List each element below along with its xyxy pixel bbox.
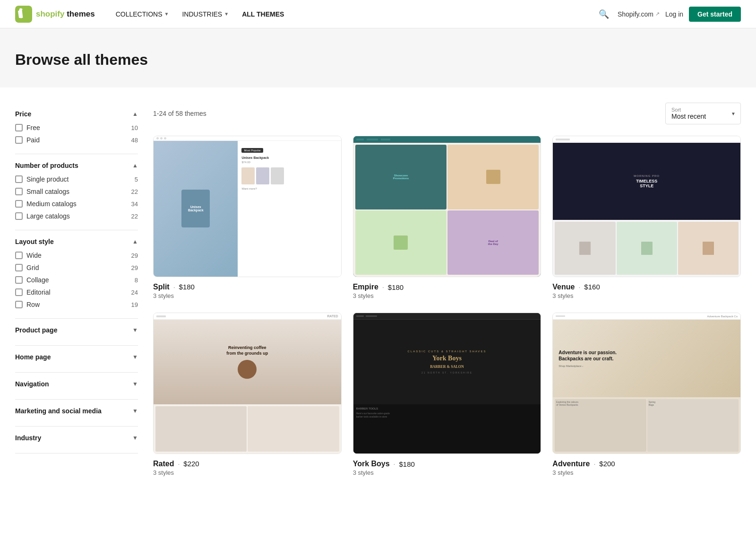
sort-value: Most recent — [671, 113, 723, 120]
filter-item-row: Row 19 — [15, 298, 138, 311]
hero-section: Browse all themes — [0, 28, 756, 87]
nav-collections[interactable]: COLLECTIONS ▼ — [110, 8, 175, 21]
filter-product-page-header[interactable]: Product page ▼ — [15, 326, 138, 338]
filter-navigation-title: Navigation — [15, 380, 49, 388]
filter-paid-checkbox[interactable] — [15, 136, 23, 144]
filter-home-page: Home page ▼ — [15, 346, 138, 373]
logo-text: shopify themes — [36, 9, 95, 19]
theme-name-adventure: Adventure — [552, 460, 590, 468]
theme-info-venue: Venue · $160 3 styles — [552, 277, 741, 301]
filter-marketing-social: Marketing and social media ▼ — [15, 400, 138, 427]
filter-medium-label: Medium catalogs — [26, 200, 77, 208]
filter-row-checkbox[interactable] — [15, 301, 23, 308]
filter-marketing-social-header[interactable]: Marketing and social media ▼ — [15, 407, 138, 418]
theme-info-rated: Rated · $220 3 styles — [153, 454, 342, 478]
filter-single-count: 5 — [135, 176, 138, 183]
filter-item-small: Small catalogs 22 — [15, 185, 138, 198]
filter-single-checkbox[interactable] — [15, 175, 23, 183]
header-right: 🔍 Shopify.com ↗ Log in Get started — [596, 6, 741, 22]
theme-info-york: York Boys · $180 3 styles — [353, 454, 541, 478]
collections-chevron-icon: ▼ — [164, 11, 169, 17]
filter-industry-header[interactable]: Industry ▼ — [15, 434, 138, 445]
filter-grid-label: Grid — [26, 264, 39, 271]
filter-price: Price ▲ Free 10 Paid 48 — [15, 103, 138, 154]
filter-navigation-header[interactable]: Navigation ▼ — [15, 380, 138, 392]
filter-small-checkbox[interactable] — [15, 188, 23, 195]
filter-paid-label: Paid — [26, 136, 40, 144]
filter-layout-style: Layout style ▲ Wide 29 Grid 29 — [15, 230, 138, 319]
filter-layout-title: Layout style — [15, 238, 54, 245]
filter-wide-checkbox[interactable] — [15, 252, 23, 259]
theme-name-split: Split — [153, 283, 170, 291]
filter-large-count: 22 — [131, 213, 138, 220]
filter-collage-label: Collage — [26, 276, 49, 284]
theme-card-adventure[interactable]: Adventure Backpack Co Adventure is our p… — [552, 313, 741, 478]
filter-wide-count: 29 — [131, 252, 138, 259]
theme-preview-venue: Morning Pro TIMELESSSTYLE — [552, 136, 741, 277]
filter-price-header[interactable]: Price ▲ — [15, 110, 138, 122]
get-started-button[interactable]: Get started — [689, 7, 741, 22]
filter-num-products-chevron-icon: ▲ — [132, 162, 138, 169]
filter-row-label: Row — [26, 301, 40, 308]
filter-large-checkbox[interactable] — [15, 212, 23, 220]
filter-collage-checkbox[interactable] — [15, 276, 23, 284]
filter-num-products-header[interactable]: Number of products ▲ — [15, 162, 138, 173]
page-title: Browse all themes — [15, 51, 741, 69]
filter-price-chevron-icon: ▲ — [132, 111, 138, 117]
login-link[interactable]: Log in — [665, 10, 683, 18]
filter-home-page-header[interactable]: Home page ▼ — [15, 353, 138, 365]
theme-card-rated[interactable]: RATED Reinventing coffeefrom the grounds… — [153, 313, 342, 478]
content-area: 1-24 of 58 themes Sort Most recent ▼ — [153, 103, 741, 478]
sort-label: Sort — [671, 107, 723, 113]
theme-styles-rated: 3 styles — [153, 469, 342, 476]
theme-card-empire[interactable]: ShowcasePromotions Deal ofthe Day — [353, 136, 541, 301]
nav-all-themes[interactable]: ALL THEMES — [236, 8, 290, 21]
main-layout: Price ▲ Free 10 Paid 48 Number o — [0, 87, 756, 493]
theme-preview-empire: ShowcasePromotions Deal ofthe Day — [353, 136, 541, 277]
filter-industry-title: Industry — [15, 434, 41, 442]
sort-dropdown[interactable]: Sort Most recent ▼ — [665, 103, 741, 124]
filter-small-label: Small catalogs — [26, 188, 69, 195]
filter-free-checkbox[interactable] — [15, 124, 23, 131]
filter-item-single: Single product 5 — [15, 173, 138, 185]
filter-item-editorial: Editorial 24 — [15, 286, 138, 298]
filter-editorial-checkbox[interactable] — [15, 288, 23, 296]
filter-product-page-chevron-icon: ▼ — [132, 327, 138, 333]
shopify-logo-icon — [15, 6, 32, 23]
filter-num-products-title: Number of products — [15, 162, 78, 169]
filter-layout-header[interactable]: Layout style ▲ — [15, 238, 138, 249]
theme-card-venue[interactable]: Morning Pro TIMELESSSTYLE — [552, 136, 741, 301]
search-button[interactable]: 🔍 — [596, 6, 612, 22]
filter-item-wide: Wide 29 — [15, 249, 138, 262]
header: shopify themes COLLECTIONS ▼ INDUSTRIES … — [0, 0, 756, 28]
theme-preview-york: Classic Cuts & Straight Shaves York Boys… — [353, 313, 541, 454]
theme-preview-split: UnisexBackpack Most Popular Unisex Backp… — [153, 136, 342, 277]
theme-info-adventure: Adventure · $200 3 styles — [552, 454, 741, 478]
theme-name-empire: Empire — [353, 283, 378, 291]
theme-preview-rated: RATED Reinventing coffeefrom the grounds… — [153, 313, 342, 454]
theme-name-rated: Rated — [153, 460, 174, 468]
filter-marketing-social-chevron-icon: ▼ — [132, 408, 138, 414]
theme-price-venue: $160 — [584, 283, 600, 291]
theme-card-york[interactable]: Classic Cuts & Straight Shaves York Boys… — [353, 313, 541, 478]
filter-item-collage: Collage 8 — [15, 274, 138, 286]
filter-collage-count: 8 — [135, 277, 138, 284]
shopify-link[interactable]: Shopify.com ↗ — [618, 10, 660, 18]
logo[interactable]: shopify themes — [15, 6, 95, 23]
theme-info-split: Split · $180 3 styles — [153, 277, 342, 301]
filter-price-title: Price — [15, 110, 31, 118]
filter-grid-checkbox[interactable] — [15, 264, 23, 271]
nav-industries[interactable]: INDUSTRIES ▼ — [176, 8, 234, 21]
filter-item-grid: Grid 29 — [15, 262, 138, 274]
content-header: 1-24 of 58 themes Sort Most recent ▼ — [153, 103, 741, 124]
theme-styles-venue: 3 styles — [552, 292, 741, 299]
sidebar: Price ▲ Free 10 Paid 48 Number o — [15, 103, 138, 478]
filter-medium-checkbox[interactable] — [15, 200, 23, 208]
theme-grid: UnisexBackpack Most Popular Unisex Backp… — [153, 136, 741, 478]
filter-num-products: Number of products ▲ Single product 5 Sm… — [15, 154, 138, 230]
filter-item-large: Large catalogs 22 — [15, 210, 138, 222]
theme-name-york: York Boys — [353, 460, 390, 468]
theme-card-split[interactable]: UnisexBackpack Most Popular Unisex Backp… — [153, 136, 342, 301]
svg-rect-0 — [15, 6, 32, 23]
filter-home-page-title: Home page — [15, 353, 51, 361]
